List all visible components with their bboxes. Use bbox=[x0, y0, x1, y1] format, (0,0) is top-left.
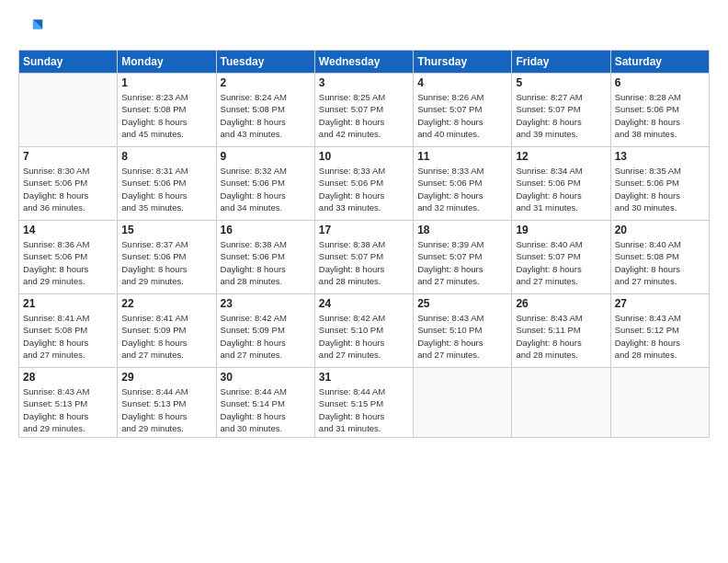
calendar-cell: 6Sunrise: 8:28 AM Sunset: 5:06 PM Daylig… bbox=[610, 74, 709, 147]
day-info: Sunrise: 8:44 AM Sunset: 5:15 PM Dayligh… bbox=[319, 385, 409, 434]
day-number: 25 bbox=[417, 297, 507, 310]
calendar-week-1: 7Sunrise: 8:30 AM Sunset: 5:06 PM Daylig… bbox=[19, 147, 710, 221]
day-number: 9 bbox=[221, 150, 311, 163]
day-info: Sunrise: 8:27 AM Sunset: 5:07 PM Dayligh… bbox=[516, 91, 606, 140]
calendar-cell: 21Sunrise: 8:41 AM Sunset: 5:08 PM Dayli… bbox=[19, 294, 118, 368]
day-number: 13 bbox=[615, 150, 705, 163]
day-number: 23 bbox=[221, 297, 311, 310]
calendar-cell: 17Sunrise: 8:38 AM Sunset: 5:07 PM Dayli… bbox=[314, 221, 413, 294]
day-info: Sunrise: 8:32 AM Sunset: 5:06 PM Dayligh… bbox=[221, 165, 311, 213]
day-info: Sunrise: 8:42 AM Sunset: 5:10 PM Dayligh… bbox=[319, 312, 409, 361]
weekday-header-friday: Friday bbox=[512, 51, 610, 74]
day-info: Sunrise: 8:38 AM Sunset: 5:07 PM Dayligh… bbox=[319, 238, 409, 287]
day-info: Sunrise: 8:31 AM Sunset: 5:06 PM Dayligh… bbox=[121, 165, 211, 213]
day-info: Sunrise: 8:42 AM Sunset: 5:09 PM Dayligh… bbox=[221, 312, 311, 361]
calendar-cell: 5Sunrise: 8:27 AM Sunset: 5:07 PM Daylig… bbox=[512, 74, 610, 147]
day-number: 15 bbox=[121, 224, 211, 236]
calendar-cell: 4Sunrise: 8:26 AM Sunset: 5:07 PM Daylig… bbox=[414, 74, 512, 147]
calendar-cell: 8Sunrise: 8:31 AM Sunset: 5:06 PM Daylig… bbox=[118, 147, 216, 221]
day-info: Sunrise: 8:36 AM Sunset: 5:06 PM Dayligh… bbox=[23, 238, 113, 287]
day-info: Sunrise: 8:43 AM Sunset: 5:12 PM Dayligh… bbox=[615, 312, 705, 361]
calendar-cell: 1Sunrise: 8:23 AM Sunset: 5:08 PM Daylig… bbox=[118, 74, 216, 147]
day-number: 29 bbox=[121, 371, 211, 384]
weekday-header-tuesday: Tuesday bbox=[216, 51, 314, 74]
calendar-cell: 22Sunrise: 8:41 AM Sunset: 5:09 PM Dayli… bbox=[118, 294, 216, 368]
calendar-cell: 23Sunrise: 8:42 AM Sunset: 5:09 PM Dayli… bbox=[216, 294, 314, 368]
day-number: 27 bbox=[615, 297, 705, 310]
calendar-cell bbox=[19, 74, 118, 147]
calendar-cell: 28Sunrise: 8:43 AM Sunset: 5:13 PM Dayli… bbox=[19, 368, 118, 438]
day-number: 16 bbox=[221, 224, 311, 236]
weekday-header-saturday: Saturday bbox=[610, 51, 709, 74]
calendar-cell: 29Sunrise: 8:44 AM Sunset: 5:13 PM Dayli… bbox=[118, 368, 216, 438]
calendar-cell: 27Sunrise: 8:43 AM Sunset: 5:12 PM Dayli… bbox=[610, 294, 709, 368]
day-number: 21 bbox=[23, 297, 113, 310]
weekday-header-thursday: Thursday bbox=[414, 51, 512, 74]
weekday-header-monday: Monday bbox=[118, 51, 216, 74]
day-number: 14 bbox=[23, 224, 113, 236]
logo-icon bbox=[18, 15, 44, 40]
calendar-cell: 2Sunrise: 8:24 AM Sunset: 5:08 PM Daylig… bbox=[216, 74, 314, 147]
day-info: Sunrise: 8:25 AM Sunset: 5:07 PM Dayligh… bbox=[319, 91, 409, 140]
day-info: Sunrise: 8:41 AM Sunset: 5:09 PM Dayligh… bbox=[121, 312, 211, 361]
day-info: Sunrise: 8:44 AM Sunset: 5:13 PM Dayligh… bbox=[121, 385, 211, 434]
day-number: 4 bbox=[417, 76, 507, 89]
calendar-week-0: 1Sunrise: 8:23 AM Sunset: 5:08 PM Daylig… bbox=[19, 74, 710, 147]
calendar-cell: 12Sunrise: 8:34 AM Sunset: 5:06 PM Dayli… bbox=[512, 147, 610, 221]
calendar-cell: 3Sunrise: 8:25 AM Sunset: 5:07 PM Daylig… bbox=[314, 74, 413, 147]
header bbox=[18, 15, 710, 40]
day-number: 11 bbox=[417, 150, 507, 163]
calendar-cell: 19Sunrise: 8:40 AM Sunset: 5:07 PM Dayli… bbox=[512, 221, 610, 294]
day-number: 18 bbox=[417, 224, 507, 236]
calendar-week-3: 21Sunrise: 8:41 AM Sunset: 5:08 PM Dayli… bbox=[19, 294, 710, 368]
day-number: 6 bbox=[615, 76, 705, 89]
page: SundayMondayTuesdayWednesdayThursdayFrid… bbox=[0, 0, 728, 563]
day-number: 3 bbox=[319, 76, 409, 89]
day-number: 24 bbox=[319, 297, 409, 310]
day-info: Sunrise: 8:30 AM Sunset: 5:06 PM Dayligh… bbox=[23, 165, 113, 213]
day-info: Sunrise: 8:28 AM Sunset: 5:06 PM Dayligh… bbox=[615, 91, 705, 140]
day-info: Sunrise: 8:40 AM Sunset: 5:07 PM Dayligh… bbox=[516, 238, 606, 287]
day-number: 2 bbox=[221, 76, 311, 89]
day-number: 31 bbox=[319, 371, 409, 384]
day-info: Sunrise: 8:43 AM Sunset: 5:10 PM Dayligh… bbox=[417, 312, 507, 361]
day-number: 1 bbox=[121, 76, 211, 89]
weekday-header-wednesday: Wednesday bbox=[314, 51, 413, 74]
calendar-cell: 7Sunrise: 8:30 AM Sunset: 5:06 PM Daylig… bbox=[19, 147, 118, 221]
calendar-cell: 16Sunrise: 8:38 AM Sunset: 5:06 PM Dayli… bbox=[216, 221, 314, 294]
day-number: 22 bbox=[121, 297, 211, 310]
day-info: Sunrise: 8:35 AM Sunset: 5:06 PM Dayligh… bbox=[615, 165, 705, 213]
day-number: 30 bbox=[221, 371, 311, 384]
day-info: Sunrise: 8:43 AM Sunset: 5:13 PM Dayligh… bbox=[23, 385, 113, 434]
day-info: Sunrise: 8:37 AM Sunset: 5:06 PM Dayligh… bbox=[121, 238, 211, 287]
calendar-table: SundayMondayTuesdayWednesdayThursdayFrid… bbox=[18, 50, 710, 438]
calendar-body: 1Sunrise: 8:23 AM Sunset: 5:08 PM Daylig… bbox=[19, 74, 710, 438]
day-number: 10 bbox=[319, 150, 409, 163]
day-info: Sunrise: 8:38 AM Sunset: 5:06 PM Dayligh… bbox=[221, 238, 311, 287]
day-number: 8 bbox=[121, 150, 211, 163]
day-number: 5 bbox=[516, 76, 606, 89]
day-number: 17 bbox=[319, 224, 409, 236]
calendar-cell: 26Sunrise: 8:43 AM Sunset: 5:11 PM Dayli… bbox=[512, 294, 610, 368]
day-info: Sunrise: 8:43 AM Sunset: 5:11 PM Dayligh… bbox=[516, 312, 606, 361]
day-info: Sunrise: 8:26 AM Sunset: 5:07 PM Dayligh… bbox=[417, 91, 507, 140]
calendar-cell: 25Sunrise: 8:43 AM Sunset: 5:10 PM Dayli… bbox=[414, 294, 512, 368]
day-info: Sunrise: 8:40 AM Sunset: 5:08 PM Dayligh… bbox=[615, 238, 705, 287]
calendar-week-2: 14Sunrise: 8:36 AM Sunset: 5:06 PM Dayli… bbox=[19, 221, 710, 294]
calendar-cell: 24Sunrise: 8:42 AM Sunset: 5:10 PM Dayli… bbox=[314, 294, 413, 368]
calendar-cell: 30Sunrise: 8:44 AM Sunset: 5:14 PM Dayli… bbox=[216, 368, 314, 438]
weekday-header-row: SundayMondayTuesdayWednesdayThursdayFrid… bbox=[19, 51, 710, 74]
calendar-cell: 31Sunrise: 8:44 AM Sunset: 5:15 PM Dayli… bbox=[314, 368, 413, 438]
calendar-cell: 15Sunrise: 8:37 AM Sunset: 5:06 PM Dayli… bbox=[118, 221, 216, 294]
calendar-cell: 14Sunrise: 8:36 AM Sunset: 5:06 PM Dayli… bbox=[19, 221, 118, 294]
weekday-header-sunday: Sunday bbox=[19, 51, 118, 74]
calendar-cell: 18Sunrise: 8:39 AM Sunset: 5:07 PM Dayli… bbox=[414, 221, 512, 294]
calendar-cell: 10Sunrise: 8:33 AM Sunset: 5:06 PM Dayli… bbox=[314, 147, 413, 221]
day-info: Sunrise: 8:41 AM Sunset: 5:08 PM Dayligh… bbox=[23, 312, 113, 361]
day-number: 28 bbox=[23, 371, 113, 384]
calendar-cell bbox=[512, 368, 610, 438]
calendar-cell bbox=[610, 368, 709, 438]
day-info: Sunrise: 8:44 AM Sunset: 5:14 PM Dayligh… bbox=[221, 385, 311, 434]
day-number: 7 bbox=[23, 150, 113, 163]
day-info: Sunrise: 8:33 AM Sunset: 5:06 PM Dayligh… bbox=[417, 165, 507, 213]
